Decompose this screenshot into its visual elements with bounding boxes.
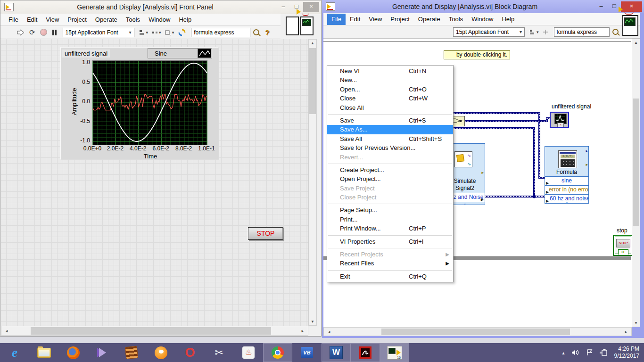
align-objects-button[interactable]: ▾ [529, 29, 539, 35]
file-menu-item-new-vi[interactable]: New VICtrl+N [327, 66, 453, 75]
distribute-objects-button[interactable]: ▾ [152, 30, 161, 35]
scroll-down-icon[interactable]: ▼ [309, 320, 316, 324]
file-menu-item-print-window[interactable]: Print Window...Ctrl+P [327, 224, 453, 233]
taskbar-icon-media-player-classic[interactable] [117, 343, 146, 362]
file-menu-item-exit[interactable]: ExitCtrl+Q [327, 272, 453, 281]
scroll-up-icon[interactable]: ▲ [632, 41, 640, 45]
action-center-flag-icon[interactable] [586, 349, 593, 356]
battery-icon[interactable] [600, 349, 608, 356]
taskbar-icon-acrobat[interactable] [351, 343, 380, 362]
scroll-down-icon[interactable]: ▼ [632, 321, 640, 325]
file-menu-item-recent-files[interactable]: Recent Files▶ [327, 259, 453, 268]
scroll-left-icon[interactable]: ◄ [327, 330, 331, 334]
menu-bd-edit[interactable]: Edit [346, 14, 364, 25]
file-menu-item-print[interactable]: Print... [327, 215, 453, 224]
waveform-graph[interactable]: unfiltered signal Sine 1.00.50.0-0.5-1.0… [61, 48, 219, 160]
menu-bd-help[interactable]: Help [497, 14, 519, 25]
stop-button[interactable]: STOP [248, 227, 283, 240]
menu-bd-view[interactable]: View [364, 14, 386, 25]
block-diagram-titlebar[interactable]: Generate and Display [Analysis.vi] Block… [322, 0, 644, 13]
menu-fp-window[interactable]: Window [144, 14, 174, 25]
menu-bd-operate[interactable]: Operate [414, 14, 445, 25]
pause-button[interactable] [52, 27, 58, 38]
help-button[interactable]: ? [265, 28, 269, 36]
volume-icon[interactable] [571, 349, 580, 356]
taskbar-icon-firefox[interactable] [58, 343, 88, 362]
menu-fp-edit[interactable]: Edit [23, 14, 41, 25]
close-button[interactable]: × [621, 1, 642, 12]
font-selector[interactable]: 15pt Application Font ▾ [63, 28, 134, 37]
legend-line-sample-icon[interactable] [198, 49, 211, 58]
search-input[interactable]: formula express [191, 28, 250, 37]
reorder-button[interactable] [178, 27, 186, 38]
hidden-icons-button[interactable]: ▴ [562, 350, 565, 355]
plot-legend[interactable]: Sine [148, 48, 212, 58]
taskbar-icon-snipping-tool[interactable]: ✂ [205, 343, 234, 362]
run-button[interactable] [17, 27, 25, 38]
graph-terminal-node[interactable]: × [550, 112, 569, 128]
scroll-right-icon[interactable]: ► [300, 329, 305, 333]
graph-label[interactable]: unfiltered signal [62, 49, 110, 58]
file-menu-item-save[interactable]: SaveCtrl+S [327, 116, 453, 125]
stop-terminal-node[interactable]: STOP TF [613, 235, 632, 256]
menu-fp-tools[interactable]: Tools [122, 14, 144, 25]
run-continuous-button[interactable]: ⟳ [29, 27, 35, 38]
block-diagram-vscrollbar[interactable]: ▲ ▼ [632, 39, 640, 327]
menu-fp-file[interactable]: File [4, 14, 23, 25]
taskbar-clock[interactable]: 4:26 PM 9/12/2017 [614, 346, 639, 360]
file-menu-item-close[interactable]: CloseCtrl+W [327, 94, 453, 103]
taskbar-icon-opera[interactable]: O [175, 343, 205, 362]
front-panel-hscrollbar[interactable]: ◄ ► [1, 326, 308, 336]
taskbar-icon-gom-player[interactable] [146, 343, 175, 362]
file-menu-item-open-project[interactable]: Open Project... [327, 174, 453, 183]
block-diagram-hscrollbar[interactable]: ◄ ► [323, 327, 632, 336]
merge-signals-node[interactable] [452, 116, 465, 126]
file-menu-item-save-for-previous-version[interactable]: Save for Previous Version... [327, 143, 453, 152]
clean-up-diagram-button[interactable] [543, 29, 549, 35]
vi-icon[interactable] [300, 16, 314, 35]
file-menu-item-save-as[interactable]: Save As... [327, 125, 453, 134]
formula-node[interactable]: F(X,Y) Formula ▸ ▸ ▶ sine ▶ error in (no… [545, 146, 589, 204]
minimize-button[interactable]: – [277, 2, 290, 12]
file-menu-item-close-all[interactable]: Close All [327, 103, 453, 112]
search-icon[interactable] [253, 29, 259, 35]
resize-objects-button[interactable]: ▾ [165, 30, 174, 35]
taskbar-icon-labview[interactable]: 16 [380, 343, 409, 362]
menu-fp-operate[interactable]: Operate [91, 14, 122, 25]
taskbar-icon-chrome[interactable] [263, 343, 292, 362]
menu-fp-project[interactable]: Project [63, 14, 91, 25]
vi-icon[interactable] [622, 15, 638, 36]
taskbar-icon-java[interactable]: ♨ [234, 343, 263, 362]
taskbar-icon-visual-basic[interactable]: VB [292, 343, 322, 362]
taskbar-icon-internet-explorer[interactable]: e [0, 343, 29, 362]
abort-button[interactable] [40, 27, 47, 38]
scroll-right-icon[interactable]: ► [624, 330, 628, 334]
front-panel-vscrollbar[interactable]: ▲ ▼ [308, 39, 317, 326]
menu-bd-file[interactable]: File [327, 14, 346, 25]
terminal-row[interactable]: ▶ sine [545, 176, 588, 185]
font-selector[interactable]: 15pt Application Font ▾ [453, 27, 525, 37]
terminal-row[interactable]: ▶ error in (no error) [545, 185, 588, 194]
scroll-left-icon[interactable]: ◄ [4, 329, 9, 333]
menu-bd-window[interactable]: Window [467, 14, 497, 25]
align-objects-button[interactable]: ▾ [139, 30, 149, 35]
file-menu-item-page-setup[interactable]: Page Setup... [327, 206, 453, 214]
scroll-up-icon[interactable]: ▲ [309, 41, 316, 45]
collapse-chevron-icon[interactable]: ⌄ [545, 201, 588, 204]
menu-bd-tools[interactable]: Tools [445, 14, 467, 25]
front-panel-canvas[interactable]: unfiltered signal Sine 1.00.50.0-0.5-1.0… [1, 39, 308, 326]
taskbar-icon-kmplayer[interactable] [88, 343, 117, 362]
plot-area[interactable] [92, 60, 207, 145]
taskbar-icon-file-explorer[interactable] [29, 343, 58, 362]
front-panel-titlebar[interactable]: Generate and Display [Analysis.vi] Front… [0, 0, 321, 14]
file-menu-item-save-all[interactable]: Save AllCtrl+Shift+S [327, 134, 453, 143]
taskbar-icon-word[interactable]: W [322, 343, 351, 362]
menu-fp-view[interactable]: View [41, 14, 63, 25]
search-icon[interactable] [612, 29, 619, 35]
close-button[interactable]: × [303, 2, 319, 12]
search-input[interactable]: formula express [554, 27, 610, 37]
menu-bd-project[interactable]: Project [386, 14, 413, 25]
minimize-button[interactable]: – [594, 1, 608, 12]
file-menu-item-open[interactable]: Open...Ctrl+O [327, 85, 453, 94]
file-menu-item-new[interactable]: New... [327, 75, 453, 84]
